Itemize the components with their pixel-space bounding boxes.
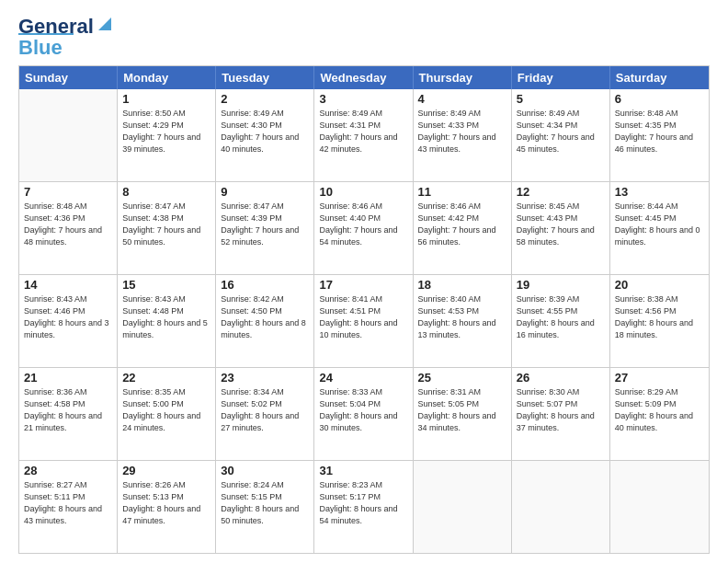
day-cell-23: 23Sunrise: 8:34 AMSunset: 5:02 PMDayligh… — [216, 368, 314, 460]
calendar-row-4: 28Sunrise: 8:27 AMSunset: 5:11 PMDayligh… — [19, 461, 709, 554]
day-info: Sunrise: 8:27 AMSunset: 5:11 PMDaylight:… — [24, 479, 112, 527]
day-info: Sunrise: 8:49 AMSunset: 4:34 PMDaylight:… — [517, 108, 605, 155]
day-info: Sunrise: 8:40 AMSunset: 4:53 PMDaylight:… — [418, 293, 506, 341]
day-number: 15 — [122, 278, 210, 292]
day-cell-1: 1Sunrise: 8:50 AMSunset: 4:29 PMDaylight… — [118, 89, 216, 181]
day-cell-2: 2Sunrise: 8:49 AMSunset: 4:30 PMDaylight… — [216, 89, 314, 181]
day-number: 14 — [24, 278, 112, 292]
day-cell-28: 28Sunrise: 8:27 AMSunset: 5:11 PMDayligh… — [19, 461, 118, 553]
day-number: 16 — [221, 278, 309, 292]
day-number: 26 — [517, 371, 605, 385]
calendar-row-2: 14Sunrise: 8:43 AMSunset: 4:46 PMDayligh… — [19, 275, 709, 368]
day-info: Sunrise: 8:29 AMSunset: 5:09 PMDaylight:… — [615, 386, 704, 434]
day-number: 4 — [418, 92, 506, 106]
day-info: Sunrise: 8:39 AMSunset: 4:55 PMDaylight:… — [517, 293, 605, 341]
logo: General Blue — [18, 15, 115, 60]
day-cell-9: 9Sunrise: 8:47 AMSunset: 4:39 PMDaylight… — [216, 182, 314, 274]
day-number: 1 — [122, 92, 210, 106]
day-cell-5: 5Sunrise: 8:49 AMSunset: 4:34 PMDaylight… — [512, 89, 610, 181]
day-number: 11 — [418, 185, 506, 199]
day-cell-21: 21Sunrise: 8:36 AMSunset: 4:58 PMDayligh… — [19, 368, 118, 460]
day-info: Sunrise: 8:23 AMSunset: 5:17 PMDaylight:… — [319, 479, 407, 527]
day-number: 7 — [24, 185, 112, 199]
logo-blue: Blue — [18, 33, 74, 60]
day-info: Sunrise: 8:48 AMSunset: 4:36 PMDaylight:… — [24, 201, 112, 248]
empty-cell-4-5 — [512, 461, 610, 553]
day-number: 17 — [319, 278, 407, 292]
day-number: 8 — [122, 185, 210, 199]
day-number: 20 — [615, 278, 704, 292]
day-info: Sunrise: 8:49 AMSunset: 4:31 PMDaylight:… — [319, 108, 407, 155]
day-info: Sunrise: 8:26 AMSunset: 5:13 PMDaylight:… — [122, 479, 210, 527]
day-number: 5 — [517, 92, 605, 106]
day-cell-16: 16Sunrise: 8:42 AMSunset: 4:50 PMDayligh… — [216, 275, 314, 367]
day-info: Sunrise: 8:31 AMSunset: 5:05 PMDaylight:… — [418, 386, 506, 434]
day-number: 10 — [319, 185, 407, 199]
day-cell-12: 12Sunrise: 8:45 AMSunset: 4:43 PMDayligh… — [512, 182, 610, 274]
logo-triangle-icon — [95, 14, 115, 34]
day-info: Sunrise: 8:41 AMSunset: 4:51 PMDaylight:… — [319, 293, 407, 341]
day-cell-27: 27Sunrise: 8:29 AMSunset: 5:09 PMDayligh… — [610, 368, 709, 460]
day-number: 3 — [319, 92, 407, 106]
day-cell-22: 22Sunrise: 8:35 AMSunset: 5:00 PMDayligh… — [118, 368, 216, 460]
day-info: Sunrise: 8:44 AMSunset: 4:45 PMDaylight:… — [615, 201, 704, 248]
day-info: Sunrise: 8:46 AMSunset: 4:40 PMDaylight:… — [319, 201, 407, 248]
day-info: Sunrise: 8:43 AMSunset: 4:48 PMDaylight:… — [122, 293, 210, 341]
svg-marker-0 — [98, 17, 111, 30]
empty-cell-0-0 — [19, 89, 118, 181]
day-number: 23 — [221, 371, 309, 385]
day-cell-19: 19Sunrise: 8:39 AMSunset: 4:55 PMDayligh… — [512, 275, 610, 367]
day-info: Sunrise: 8:38 AMSunset: 4:56 PMDaylight:… — [615, 293, 704, 341]
day-number: 2 — [221, 92, 309, 106]
day-cell-14: 14Sunrise: 8:43 AMSunset: 4:46 PMDayligh… — [19, 275, 118, 367]
empty-cell-4-6 — [610, 461, 709, 553]
day-number: 28 — [24, 464, 112, 477]
day-info: Sunrise: 8:24 AMSunset: 5:15 PMDaylight:… — [221, 479, 309, 527]
day-info: Sunrise: 8:50 AMSunset: 4:29 PMDaylight:… — [122, 108, 210, 155]
day-number: 31 — [319, 464, 407, 477]
day-number: 19 — [517, 278, 605, 292]
day-cell-17: 17Sunrise: 8:41 AMSunset: 4:51 PMDayligh… — [314, 275, 413, 367]
day-number: 24 — [319, 371, 407, 385]
day-cell-3: 3Sunrise: 8:49 AMSunset: 4:31 PMDaylight… — [314, 89, 413, 181]
day-cell-31: 31Sunrise: 8:23 AMSunset: 5:17 PMDayligh… — [314, 461, 413, 553]
day-info: Sunrise: 8:30 AMSunset: 5:07 PMDaylight:… — [517, 386, 605, 434]
day-info: Sunrise: 8:45 AMSunset: 4:43 PMDaylight:… — [517, 201, 605, 248]
empty-cell-4-4 — [414, 461, 512, 553]
day-cell-15: 15Sunrise: 8:43 AMSunset: 4:48 PMDayligh… — [118, 275, 216, 367]
day-info: Sunrise: 8:48 AMSunset: 4:35 PMDaylight:… — [615, 108, 704, 155]
day-info: Sunrise: 8:33 AMSunset: 5:04 PMDaylight:… — [319, 386, 407, 434]
day-info: Sunrise: 8:49 AMSunset: 4:30 PMDaylight:… — [221, 108, 309, 155]
day-cell-30: 30Sunrise: 8:24 AMSunset: 5:15 PMDayligh… — [216, 461, 314, 553]
header-day-monday: Monday — [118, 66, 216, 89]
day-number: 12 — [517, 185, 605, 199]
header-day-saturday: Saturday — [610, 66, 709, 89]
day-number: 13 — [615, 185, 704, 199]
header: General Blue — [18, 15, 710, 60]
header-day-thursday: Thursday — [414, 66, 512, 89]
day-number: 30 — [221, 464, 309, 477]
day-info: Sunrise: 8:42 AMSunset: 4:50 PMDaylight:… — [221, 293, 309, 341]
day-cell-26: 26Sunrise: 8:30 AMSunset: 5:07 PMDayligh… — [512, 368, 610, 460]
day-number: 22 — [122, 371, 210, 385]
day-info: Sunrise: 8:46 AMSunset: 4:42 PMDaylight:… — [418, 201, 506, 248]
day-number: 27 — [615, 371, 704, 385]
day-info: Sunrise: 8:35 AMSunset: 5:00 PMDaylight:… — [122, 386, 210, 434]
day-cell-8: 8Sunrise: 8:47 AMSunset: 4:38 PMDaylight… — [118, 182, 216, 274]
day-number: 25 — [418, 371, 506, 385]
header-day-friday: Friday — [512, 66, 610, 89]
day-info: Sunrise: 8:43 AMSunset: 4:46 PMDaylight:… — [24, 293, 112, 341]
calendar: SundayMondayTuesdayWednesdayThursdayFrid… — [18, 65, 710, 554]
day-cell-25: 25Sunrise: 8:31 AMSunset: 5:05 PMDayligh… — [414, 368, 512, 460]
day-info: Sunrise: 8:36 AMSunset: 4:58 PMDaylight:… — [24, 386, 112, 434]
day-cell-4: 4Sunrise: 8:49 AMSunset: 4:33 PMDaylight… — [414, 89, 512, 181]
calendar-header: SundayMondayTuesdayWednesdayThursdayFrid… — [19, 66, 709, 89]
day-cell-7: 7Sunrise: 8:48 AMSunset: 4:36 PMDaylight… — [19, 182, 118, 274]
day-info: Sunrise: 8:47 AMSunset: 4:38 PMDaylight:… — [122, 201, 210, 248]
calendar-row-1: 7Sunrise: 8:48 AMSunset: 4:36 PMDaylight… — [19, 182, 709, 275]
day-number: 18 — [418, 278, 506, 292]
day-number: 29 — [122, 464, 210, 477]
page: General Blue SundayMondayTuesdayWednesda… — [0, 0, 728, 563]
day-cell-24: 24Sunrise: 8:33 AMSunset: 5:04 PMDayligh… — [314, 368, 413, 460]
day-cell-29: 29Sunrise: 8:26 AMSunset: 5:13 PMDayligh… — [118, 461, 216, 553]
